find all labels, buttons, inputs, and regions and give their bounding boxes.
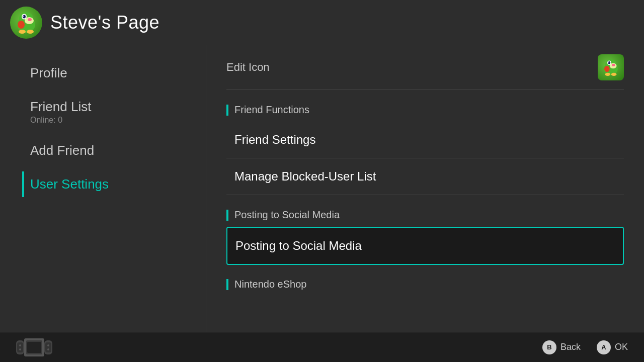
header: Steve's Page [0,0,644,45]
sidebar: Profile Friend List Online: 0 Add Friend… [0,45,206,332]
section-title-nintendo-eshop: Nintendo eShop [234,279,306,290]
svg-point-19 [611,73,617,76]
ok-label: OK [615,342,628,352]
avatar [10,7,42,39]
sidebar-item-friend-list[interactable]: Friend List Online: 0 [30,94,206,130]
svg-point-8 [19,30,26,34]
section-friend-functions: Friend Functions [226,90,624,122]
back-label: Back [560,342,581,352]
section-posting-social: Posting to Social Media [226,195,624,227]
content-area: Edit Icon Friend Functions [206,45,644,332]
back-button-hint[interactable]: B Back [542,340,581,354]
svg-rect-24 [27,342,41,353]
svg-point-30 [47,348,49,350]
main-layout: Profile Friend List Online: 0 Add Friend… [0,45,644,332]
section-bar [226,105,228,116]
edit-icon-thumbnail [598,54,624,80]
svg-point-27 [19,344,21,346]
svg-point-9 [27,30,34,34]
menu-item-posting-social[interactable]: Posting to Social Media [226,227,624,265]
sidebar-item-profile[interactable]: Profile [30,60,206,86]
b-button-icon: B [542,340,556,354]
svg-point-18 [605,73,610,76]
edit-icon-label: Edit Icon [226,61,270,74]
menu-item-friend-settings[interactable]: Friend Settings [226,122,624,158]
section-bar-2 [226,210,228,221]
switch-controller-icon [16,338,52,356]
section-title-friend-functions: Friend Functions [234,104,309,116]
svg-point-5 [23,16,24,17]
svg-rect-21 [17,342,23,352]
section-title-posting-social: Posting to Social Media [234,209,340,221]
ok-button-hint[interactable]: A OK [597,340,628,354]
svg-point-4 [23,15,26,18]
svg-point-16 [612,64,615,66]
svg-point-28 [19,348,21,350]
a-button-icon: A [597,340,611,354]
sidebar-item-user-settings[interactable]: User Settings [22,171,206,197]
section-nintendo-eshop: Nintendo eShop [226,264,624,296]
bottom-bar: B Back A OK [0,332,644,362]
svg-point-15 [608,62,609,63]
page-title: Steve's Page [50,12,159,33]
section-bar-3 [226,279,228,290]
menu-item-manage-blocked[interactable]: Manage Blocked-User List [226,158,624,195]
svg-rect-26 [45,342,51,352]
svg-point-6 [28,18,32,21]
sidebar-item-add-friend[interactable]: Add Friend [30,138,206,163]
svg-point-29 [47,344,49,346]
svg-point-14 [608,61,611,64]
svg-point-17 [604,66,610,72]
svg-point-7 [18,21,25,29]
edit-icon-row[interactable]: Edit Icon [226,45,624,90]
